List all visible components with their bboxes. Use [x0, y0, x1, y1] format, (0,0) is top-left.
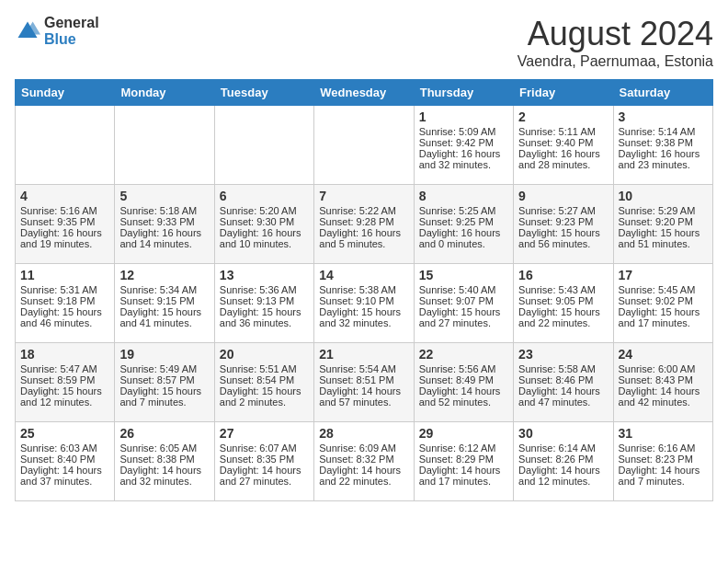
- cell-line: Daylight: 14 hours: [518, 465, 608, 476]
- calendar-cell: 27Sunrise: 6:07 AMSunset: 8:35 PMDayligh…: [214, 422, 313, 501]
- day-number: 27: [220, 426, 309, 441]
- cell-line: Sunrise: 5:11 AM: [518, 126, 608, 137]
- day-number: 18: [20, 347, 109, 362]
- day-number: 11: [20, 268, 109, 282]
- cell-line: Sunrise: 5:56 AM: [419, 363, 508, 374]
- calendar-subtitle: Vaendra, Paernumaa, Estonia: [518, 53, 713, 70]
- cell-line: and 17 minutes.: [419, 476, 508, 487]
- cell-line: and 51 minutes.: [619, 238, 708, 249]
- header-thursday: Thursday: [414, 80, 513, 106]
- day-number: 24: [619, 347, 708, 362]
- cell-line: Sunrise: 5:16 AM: [20, 205, 109, 216]
- day-number: 21: [319, 347, 408, 362]
- calendar-cell: 29Sunrise: 6:12 AMSunset: 8:29 PMDayligh…: [414, 422, 513, 501]
- cell-line: Sunset: 8:49 PM: [419, 374, 508, 385]
- cell-line: Sunrise: 5:49 AM: [119, 363, 209, 374]
- cell-line: Daylight: 15 hours: [220, 306, 309, 317]
- header-wednesday: Wednesday: [314, 80, 414, 106]
- title-block: August 2024 Vaendra, Paernumaa, Estonia: [518, 15, 713, 70]
- cell-line: Sunrise: 6:05 AM: [119, 442, 209, 454]
- cell-line: and 37 minutes.: [20, 476, 109, 487]
- cell-line: Sunset: 9:38 PM: [619, 137, 708, 148]
- calendar-cell: [16, 106, 115, 185]
- cell-line: Daylight: 15 hours: [419, 306, 508, 317]
- cell-line: Daylight: 15 hours: [619, 306, 708, 317]
- cell-line: Sunrise: 5:25 AM: [419, 205, 508, 216]
- day-number: 10: [619, 189, 708, 203]
- day-number: 19: [119, 347, 209, 362]
- cell-line: Sunrise: 5:40 AM: [419, 284, 508, 295]
- day-number: 28: [319, 426, 408, 441]
- day-number: 3: [619, 109, 708, 124]
- cell-line: Sunset: 8:40 PM: [20, 454, 109, 465]
- cell-line: Sunrise: 5:29 AM: [619, 205, 708, 216]
- cell-line: Sunrise: 5:38 AM: [319, 284, 408, 295]
- calendar-body: 1Sunrise: 5:09 AMSunset: 9:42 PMDaylight…: [16, 106, 713, 501]
- cell-line: and 23 minutes.: [619, 159, 708, 170]
- cell-line: Daylight: 16 hours: [419, 227, 508, 238]
- cell-line: and 32 minutes.: [419, 159, 508, 170]
- cell-line: and 32 minutes.: [119, 476, 209, 487]
- cell-line: Daylight: 14 hours: [119, 465, 209, 476]
- cell-line: Sunset: 8:59 PM: [20, 374, 109, 385]
- day-number: 16: [518, 268, 608, 282]
- logo: General Blue: [15, 15, 99, 47]
- cell-line: and 17 minutes.: [619, 317, 708, 328]
- calendar-week-5: 25Sunrise: 6:03 AMSunset: 8:40 PMDayligh…: [16, 422, 713, 501]
- cell-line: Daylight: 16 hours: [619, 148, 708, 159]
- calendar-week-3: 11Sunrise: 5:31 AMSunset: 9:18 PMDayligh…: [16, 264, 713, 343]
- calendar-cell: 23Sunrise: 5:58 AMSunset: 8:46 PMDayligh…: [514, 343, 613, 422]
- cell-line: and 22 minutes.: [518, 317, 608, 328]
- calendar-cell: 18Sunrise: 5:47 AMSunset: 8:59 PMDayligh…: [16, 343, 115, 422]
- cell-line: Daylight: 15 hours: [619, 227, 708, 238]
- cell-line: Sunset: 8:57 PM: [119, 374, 209, 385]
- cell-line: and 52 minutes.: [419, 396, 508, 408]
- cell-line: Sunset: 8:23 PM: [619, 454, 708, 465]
- calendar-cell: 13Sunrise: 5:36 AMSunset: 9:13 PMDayligh…: [214, 264, 313, 343]
- cell-line: and 56 minutes.: [518, 238, 608, 249]
- cell-line: Sunrise: 5:14 AM: [619, 126, 708, 137]
- calendar-header: SundayMondayTuesdayWednesdayThursdayFrid…: [16, 80, 713, 106]
- cell-line: Daylight: 14 hours: [619, 465, 708, 476]
- cell-line: Sunrise: 5:27 AM: [518, 205, 608, 216]
- cell-line: Daylight: 15 hours: [20, 306, 109, 317]
- cell-line: Sunrise: 5:31 AM: [20, 284, 109, 295]
- cell-line: Sunset: 9:25 PM: [419, 216, 508, 227]
- cell-line: Sunset: 9:40 PM: [518, 137, 608, 148]
- calendar-cell: 14Sunrise: 5:38 AMSunset: 9:10 PMDayligh…: [314, 264, 414, 343]
- cell-line: Sunrise: 5:09 AM: [419, 126, 508, 137]
- cell-line: Sunset: 8:32 PM: [319, 454, 408, 465]
- cell-line: Sunset: 9:07 PM: [419, 295, 508, 306]
- day-number: 26: [119, 426, 209, 441]
- day-number: 15: [419, 268, 508, 282]
- cell-line: and 2 minutes.: [220, 396, 309, 408]
- calendar-cell: 5Sunrise: 5:18 AMSunset: 9:33 PMDaylight…: [115, 185, 214, 264]
- calendar-cell: [115, 106, 214, 185]
- cell-line: Daylight: 16 hours: [119, 227, 209, 238]
- cell-line: and 14 minutes.: [119, 238, 209, 249]
- calendar-cell: 28Sunrise: 6:09 AMSunset: 8:32 PMDayligh…: [314, 422, 414, 501]
- cell-line: Sunset: 9:42 PM: [419, 137, 508, 148]
- cell-line: Daylight: 16 hours: [220, 227, 309, 238]
- cell-line: and 12 minutes.: [20, 396, 109, 408]
- cell-line: Daylight: 15 hours: [518, 227, 608, 238]
- calendar-title: August 2024: [518, 15, 713, 53]
- cell-line: Sunset: 9:05 PM: [518, 295, 608, 306]
- calendar-cell: [314, 106, 414, 185]
- header-row: SundayMondayTuesdayWednesdayThursdayFrid…: [16, 80, 713, 106]
- header-saturday: Saturday: [613, 80, 712, 106]
- day-number: 4: [20, 189, 109, 203]
- day-number: 9: [518, 189, 608, 203]
- calendar-cell: 11Sunrise: 5:31 AMSunset: 9:18 PMDayligh…: [16, 264, 115, 343]
- calendar-cell: [214, 106, 313, 185]
- cell-line: Daylight: 16 hours: [319, 227, 408, 238]
- calendar-cell: 19Sunrise: 5:49 AMSunset: 8:57 PMDayligh…: [115, 343, 214, 422]
- logo-blue: Blue: [44, 31, 99, 48]
- cell-line: Sunset: 9:23 PM: [518, 216, 608, 227]
- calendar-cell: 16Sunrise: 5:43 AMSunset: 9:05 PMDayligh…: [514, 264, 613, 343]
- calendar-cell: 7Sunrise: 5:22 AMSunset: 9:28 PMDaylight…: [314, 185, 414, 264]
- calendar-table: SundayMondayTuesdayWednesdayThursdayFrid…: [15, 79, 713, 501]
- cell-line: Sunset: 8:29 PM: [419, 454, 508, 465]
- cell-line: and 22 minutes.: [319, 476, 408, 487]
- cell-line: Sunrise: 5:22 AM: [319, 205, 408, 216]
